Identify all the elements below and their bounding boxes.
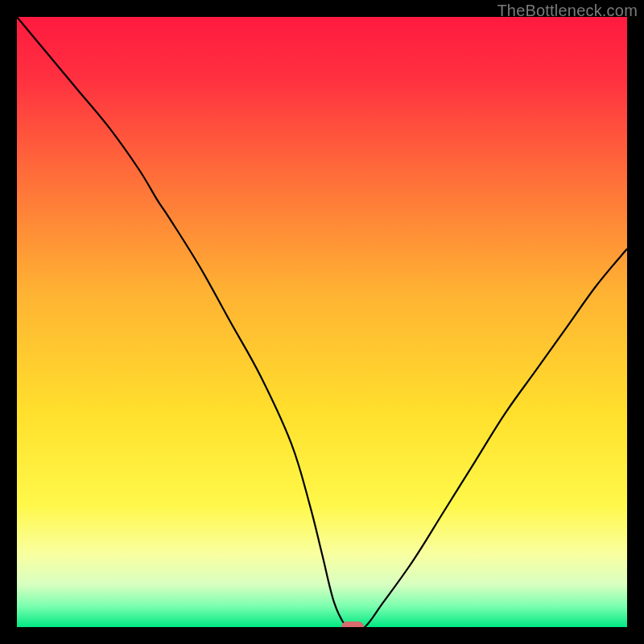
plot-area (17, 17, 627, 627)
chart-svg (17, 17, 627, 627)
gradient-background (17, 17, 627, 627)
minimum-marker (341, 621, 364, 627)
chart-frame: TheBottleneck.com (0, 0, 644, 644)
watermark-text: TheBottleneck.com (497, 2, 638, 20)
